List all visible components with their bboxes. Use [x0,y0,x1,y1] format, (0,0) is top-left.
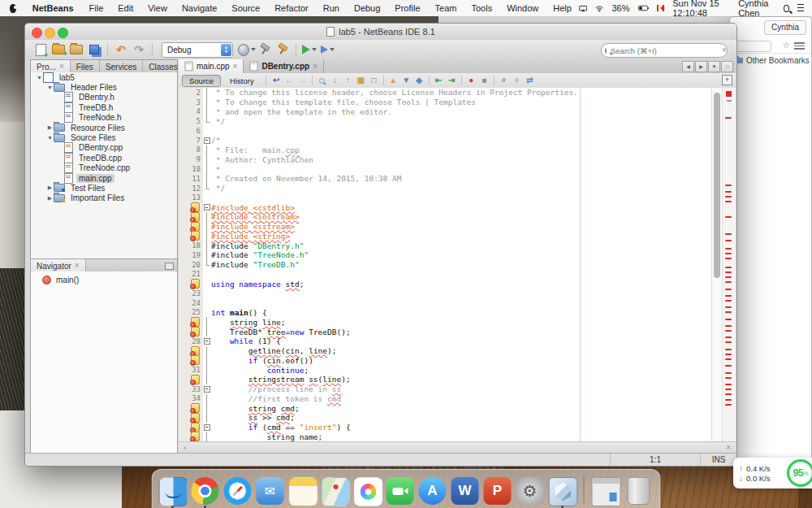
zoom-window-button[interactable] [58,28,68,38]
tree-item-main-cpp[interactable]: main.cpp [31,173,177,183]
code-line-16[interactable]: #include <sstream> [179,222,736,232]
new-project-button[interactable] [50,42,67,57]
editor-tab-main-cpp[interactable]: main.cpp× [179,59,244,73]
code-fold-mark[interactable] [203,336,211,346]
stop-macro-recording-icon[interactable]: ■ [478,75,490,86]
code-line-10[interactable]: 10 * [179,164,736,174]
code-line-14[interactable]: #include <cstdlib> [179,202,736,212]
tab-list-icon[interactable]: ▼ [708,61,720,72]
navigator-item-main[interactable]: main() [31,271,177,284]
dock-item-word[interactable]: W [451,477,479,505]
dock-item-notes[interactable] [289,477,317,505]
error-stripe-mark[interactable] [725,372,732,374]
tab-files[interactable]: Files [71,60,100,73]
clean-and-build-button[interactable] [274,42,292,57]
code-line-22[interactable]: using namespace std; [179,279,736,289]
other-bookmarks-label[interactable]: Other Bookmarks [746,56,810,65]
error-stripe-mark[interactable] [725,295,732,297]
code-line-13[interactable]: 13 [179,193,736,202]
chevron-expanded-icon[interactable]: ▼ [46,135,54,141]
tree-item-resource-files[interactable]: ▶Resource Files [31,123,177,132]
search-input[interactable] [609,46,719,56]
error-stripe-mark[interactable] [725,191,732,193]
error-stripe-mark[interactable] [725,311,732,313]
close-icon[interactable]: × [233,63,238,71]
uncomment-lines-icon[interactable]: // [511,75,523,86]
error-stripe-mark[interactable] [725,384,732,385]
chevron-collapsed-icon[interactable]: ▶ [46,124,54,131]
error-stripe-mark[interactable] [725,253,732,254]
error-annotation-icon[interactable] [191,327,200,336]
menu-window[interactable]: Window [499,3,546,13]
tree-item-treenode-cpp[interactable]: TreeNode.cpp [31,163,177,173]
code-line-9[interactable]: 9 * Author: CynthiaChen [179,154,736,164]
error-annotation-icon[interactable] [191,231,200,241]
menu-help[interactable]: Help [546,3,579,13]
code-line-27[interactable]: TreeDB* tree=new TreeDB(); [179,327,736,336]
scrollbar-thumb[interactable] [714,93,720,278]
error-stripe-mark[interactable] [725,399,732,401]
error-stripe-status-icon[interactable] [726,91,732,97]
code-line-7[interactable]: 7/* [179,136,736,145]
editor-vertical-scrollbar[interactable] [711,88,723,442]
tree-item-treedb-h[interactable]: TreeDB.h [31,102,177,112]
error-stripe[interactable] [722,88,736,442]
dock-item-window-preview[interactable] [592,477,620,505]
new-file-button[interactable] [32,42,50,57]
tree-item-dbentry-cpp[interactable]: DBentry.cpp [31,143,177,153]
tree-item-test-files[interactable]: ▶Test Files [31,183,177,193]
tree-item-treenode-h[interactable]: TreeNode.h [31,113,177,123]
error-stripe-mark[interactable] [725,325,732,327]
dock-item-maps[interactable] [322,477,349,505]
find-selection-icon[interactable] [316,75,328,86]
dock-item-facetime[interactable] [387,477,414,505]
chevron-expanded-icon[interactable]: ▼ [46,85,54,90]
next-bookmark-icon[interactable]: ▼ [400,75,412,86]
code-line-12[interactable]: 12 */ [179,184,736,193]
toggle-search-highlight-icon[interactable]: ▣ [355,75,367,86]
code-line-18[interactable]: 18#include "DBentry.h" [179,241,736,250]
dock-item-system-preferences[interactable]: ⚙ [516,477,544,505]
chevron-collapsed-icon[interactable]: ▶ [46,195,54,202]
code-line-30[interactable]: if (cin.eof()) [179,355,736,365]
error-stripe-mark[interactable] [725,389,732,390]
find-next-occurrence-icon[interactable]: ↓ [329,75,341,86]
close-icon[interactable]: × [59,63,64,71]
chrome-profile-button[interactable]: Cynthia [764,20,806,35]
start-macro-recording-icon[interactable]: ● [465,75,477,86]
battery-icon[interactable] [638,4,650,12]
comment-lines-icon[interactable]: // [498,75,510,86]
error-stripe-mark[interactable] [725,330,732,332]
dock-item-trash[interactable] [628,477,650,505]
error-stripe-mark[interactable] [725,271,732,273]
tab-scroll-right-icon[interactable]: ▶ [695,61,707,72]
menu-debug[interactable]: Debug [347,3,387,13]
view-history-button[interactable]: History [222,75,261,87]
breadcrumb-bar[interactable]: › × [179,441,736,454]
error-stripe-mark[interactable] [725,354,732,355]
combobox-stepper-icon[interactable]: ▲▼ [221,44,231,56]
code-line-15[interactable]: #include <iostream> [179,212,736,222]
shift-line-right-icon[interactable]: ⇥ [446,75,458,86]
projects-tree[interactable]: ▼lab5▼Header FilesDBentry.hTreeDB.hTreeN… [30,72,178,259]
error-stripe-mark[interactable] [725,267,732,268]
code-line-3[interactable]: 3 * To change this template file, choose… [179,98,736,107]
error-annotation-icon[interactable] [191,413,200,423]
close-icon[interactable]: × [313,63,317,71]
close-icon[interactable]: × [75,262,80,270]
quick-search-box[interactable]: × [601,43,728,58]
error-stripe-mark[interactable] [725,233,732,235]
shift-line-left-icon[interactable]: ⇤ [433,75,445,86]
breadcrumb-close-icon[interactable]: × [726,444,731,452]
wifi-icon[interactable] [595,4,603,13]
error-stripe-mark[interactable] [725,358,732,360]
menu-navigate[interactable]: Navigate [175,3,224,13]
run-project-button[interactable] [300,42,318,57]
go-to-header-icon[interactable]: ⇄ [524,75,536,86]
tree-item-dbentry-h[interactable]: DBentry.h [31,93,177,102]
save-all-button[interactable] [85,42,103,57]
menu-refactor[interactable]: Refactor [267,3,316,13]
code-editor[interactable]: 2 * To change this license header, choos… [179,88,736,442]
chevron-expanded-icon[interactable]: ▼ [36,75,43,80]
tree-item-source-files[interactable]: ▼Source Files [31,132,177,142]
